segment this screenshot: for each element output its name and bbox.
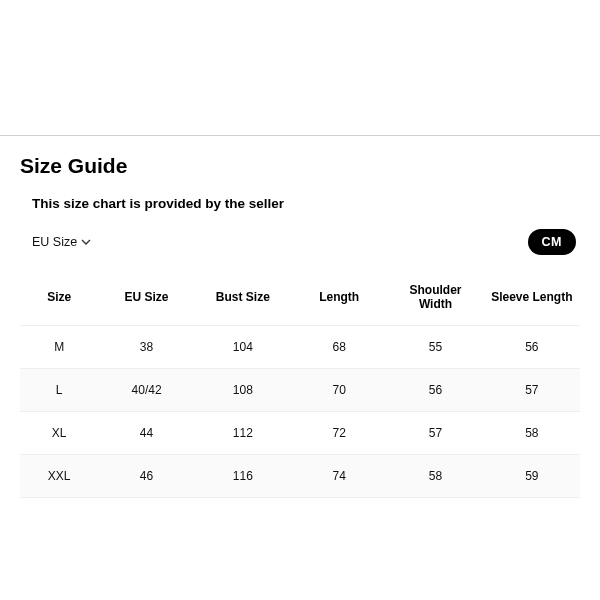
table-header-row: Size EU Size Bust Size Length Shoulder W… [20, 269, 580, 326]
cell: 44 [98, 412, 194, 455]
cell: 59 [484, 455, 580, 498]
cell: 57 [484, 369, 580, 412]
table-row: XL 44 112 72 57 58 [20, 412, 580, 455]
controls-row: EU Size CM [32, 229, 576, 255]
cell: 74 [291, 455, 387, 498]
seller-note: This size chart is provided by the selle… [32, 196, 580, 211]
table-row: L 40/42 108 70 56 57 [20, 369, 580, 412]
cell: 40/42 [98, 369, 194, 412]
cell: 104 [195, 326, 291, 369]
cell: 46 [98, 455, 194, 498]
page-title: Size Guide [20, 154, 580, 178]
cell: 56 [484, 326, 580, 369]
cell: 72 [291, 412, 387, 455]
unit-toggle-cm[interactable]: CM [528, 229, 576, 255]
col-bust-size: Bust Size [195, 269, 291, 326]
cell: 56 [387, 369, 483, 412]
cell: 55 [387, 326, 483, 369]
cell: 70 [291, 369, 387, 412]
size-system-dropdown[interactable]: EU Size [32, 235, 91, 249]
dropdown-label: EU Size [32, 235, 77, 249]
size-table: Size EU Size Bust Size Length Shoulder W… [20, 269, 580, 498]
col-eu-size: EU Size [98, 269, 194, 326]
chevron-down-icon [81, 237, 91, 247]
cell: 116 [195, 455, 291, 498]
col-shoulder-width: Shoulder Width [387, 269, 483, 326]
cell: 68 [291, 326, 387, 369]
col-sleeve-length: Sleeve Length [484, 269, 580, 326]
table-row: XXL 46 116 74 58 59 [20, 455, 580, 498]
cell: 58 [387, 455, 483, 498]
cell: M [20, 326, 98, 369]
top-whitespace [0, 0, 600, 135]
cell: L [20, 369, 98, 412]
table-row: M 38 104 68 55 56 [20, 326, 580, 369]
cell: 108 [195, 369, 291, 412]
size-guide-panel: Size Guide This size chart is provided b… [0, 135, 600, 498]
cell: 58 [484, 412, 580, 455]
cell: 57 [387, 412, 483, 455]
cell: 112 [195, 412, 291, 455]
col-length: Length [291, 269, 387, 326]
cell: XL [20, 412, 98, 455]
cell: XXL [20, 455, 98, 498]
cell: 38 [98, 326, 194, 369]
col-size: Size [20, 269, 98, 326]
